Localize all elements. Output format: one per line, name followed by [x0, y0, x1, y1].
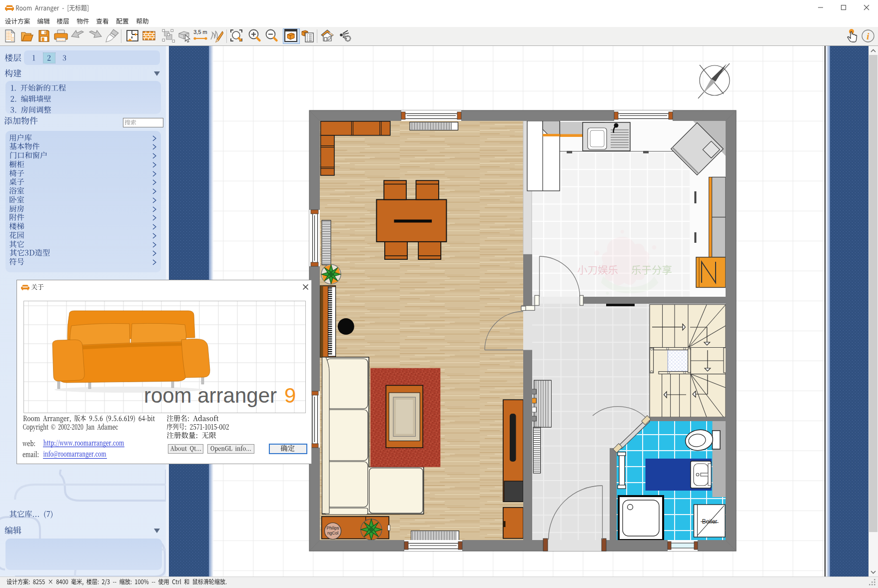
svg-text:ngCol: ngCol	[327, 531, 338, 536]
svg-text:room arranger: room arranger	[144, 384, 277, 407]
svg-text:3,5 m: 3,5 m	[193, 29, 207, 35]
svg-text:Philips: Philips	[326, 526, 339, 531]
svg-text:9: 9	[284, 384, 296, 407]
svg-text:i: i	[867, 31, 870, 41]
